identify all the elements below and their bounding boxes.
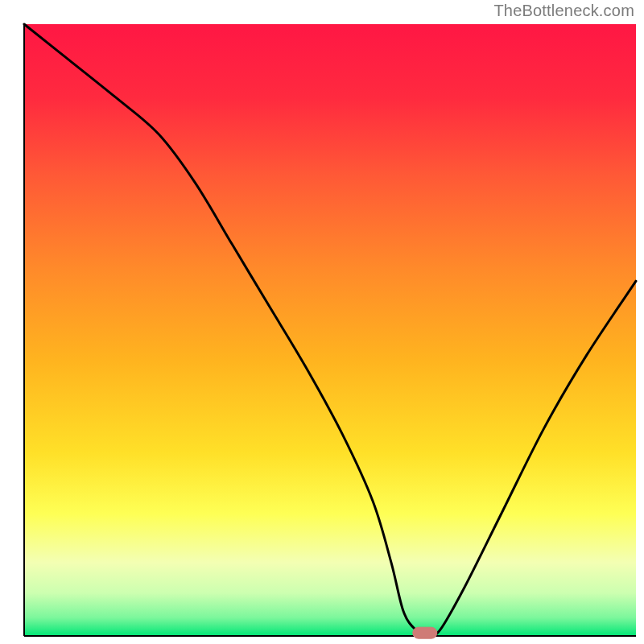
optimal-marker	[413, 627, 437, 638]
plot-background	[24, 24, 636, 636]
bottleneck-chart	[0, 0, 644, 644]
watermark-text: TheBottleneck.com	[493, 2, 634, 20]
chart-container: { "watermark": "TheBottleneck.com", "col…	[0, 0, 644, 644]
